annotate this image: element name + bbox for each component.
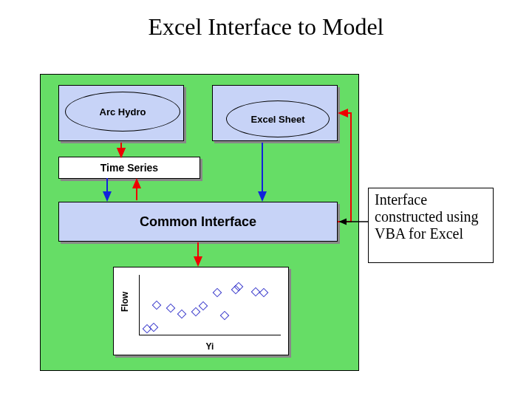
common-interface-label: Common Interface bbox=[140, 214, 256, 230]
time-series-label: Time Series bbox=[100, 162, 158, 174]
callout-box: Interface constructed using VBA for Exce… bbox=[368, 188, 494, 263]
chart-point bbox=[177, 309, 187, 318]
chart-point bbox=[259, 288, 269, 298]
flow-chart-box: Flow Yi bbox=[113, 267, 289, 355]
excel-sheet-ellipse: Excel Sheet bbox=[226, 100, 330, 137]
arc-hydro-box: Arc Hydro bbox=[58, 85, 184, 141]
excel-sheet-label: Excel Sheet bbox=[251, 114, 305, 125]
chart-point bbox=[149, 323, 159, 332]
page-title: Excel Interface to Model bbox=[0, 13, 532, 41]
chart-point bbox=[152, 300, 162, 310]
callout-text: Interface constructed using VBA for Exce… bbox=[375, 191, 479, 242]
chart-point bbox=[213, 288, 222, 298]
chart-point bbox=[199, 301, 208, 311]
arc-hydro-ellipse: Arc Hydro bbox=[65, 92, 180, 132]
arc-hydro-label: Arc Hydro bbox=[100, 106, 146, 117]
chart-point bbox=[166, 303, 176, 313]
chart-point bbox=[219, 311, 229, 321]
common-interface-box: Common Interface bbox=[58, 202, 338, 242]
chart-ylabel: Flow bbox=[115, 267, 134, 335]
chart-point bbox=[191, 307, 201, 317]
excel-sheet-box: Excel Sheet bbox=[212, 85, 338, 141]
time-series-box: Time Series bbox=[58, 157, 200, 179]
chart-plot-area bbox=[139, 275, 281, 335]
diagram-panel: Arc Hydro Excel Sheet Time Series Common… bbox=[40, 74, 359, 371]
chart-xlabel: Yi bbox=[139, 340, 281, 353]
